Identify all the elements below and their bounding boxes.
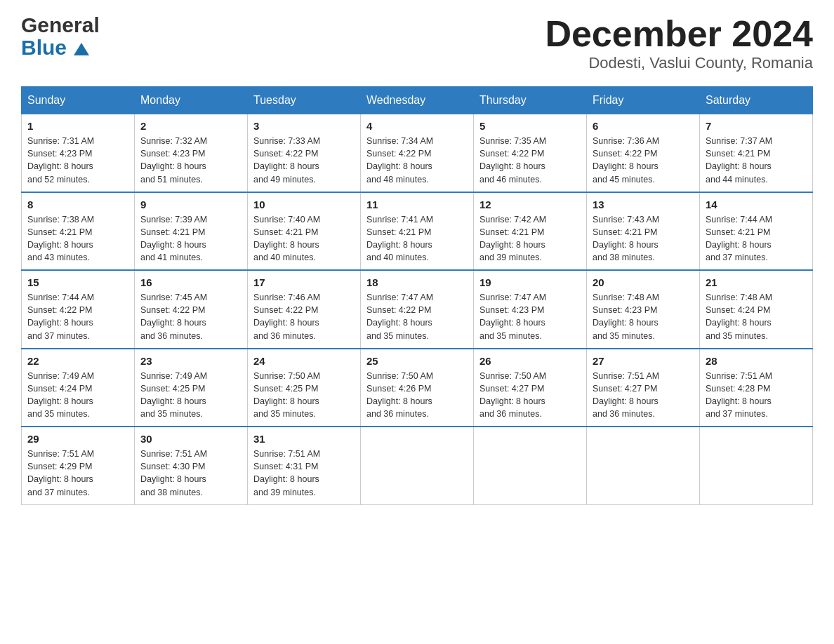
day-info: Sunrise: 7:47 AM Sunset: 4:23 PM Dayligh…: [479, 291, 581, 342]
calendar-day-cell: 3 Sunrise: 7:33 AM Sunset: 4:22 PM Dayli…: [248, 114, 361, 192]
day-info: Sunrise: 7:41 AM Sunset: 4:21 PM Dayligh…: [366, 213, 468, 264]
calendar-day-cell: 21 Sunrise: 7:48 AM Sunset: 4:24 PM Dayl…: [700, 270, 813, 349]
calendar-subtitle: Dodesti, Vaslui County, Romania: [545, 54, 813, 72]
day-number: 22: [27, 355, 128, 367]
day-number: 5: [479, 120, 581, 132]
day-info: Sunrise: 7:51 AM Sunset: 4:27 PM Dayligh…: [593, 370, 694, 421]
day-info: Sunrise: 7:32 AM Sunset: 4:23 PM Dayligh…: [140, 135, 241, 186]
calendar-title: December 2024: [545, 14, 813, 54]
calendar-day-cell: 28 Sunrise: 7:51 AM Sunset: 4:28 PM Dayl…: [700, 349, 813, 427]
day-number: 20: [593, 276, 694, 288]
day-of-week-header: Monday: [135, 87, 248, 114]
day-info: Sunrise: 7:44 AM Sunset: 4:22 PM Dayligh…: [27, 291, 128, 342]
calendar-day-cell: [474, 427, 587, 504]
day-info: Sunrise: 7:36 AM Sunset: 4:22 PM Dayligh…: [593, 135, 694, 186]
calendar-day-cell: 8 Sunrise: 7:38 AM Sunset: 4:21 PM Dayli…: [22, 192, 135, 271]
calendar-day-cell: 20 Sunrise: 7:48 AM Sunset: 4:23 PM Dayl…: [587, 270, 700, 349]
day-info: Sunrise: 7:50 AM Sunset: 4:25 PM Dayligh…: [253, 370, 355, 421]
calendar-day-cell: 6 Sunrise: 7:36 AM Sunset: 4:22 PM Dayli…: [587, 114, 700, 192]
calendar-day-cell: [587, 427, 700, 504]
day-number: 19: [479, 276, 581, 288]
logo-blue: Blue: [21, 36, 100, 59]
calendar-day-cell: 11 Sunrise: 7:41 AM Sunset: 4:21 PM Dayl…: [361, 192, 474, 271]
day-info: Sunrise: 7:44 AM Sunset: 4:21 PM Dayligh…: [706, 213, 807, 264]
day-of-week-header: Saturday: [700, 87, 813, 114]
calendar-day-cell: 18 Sunrise: 7:47 AM Sunset: 4:22 PM Dayl…: [361, 270, 474, 349]
day-info: Sunrise: 7:33 AM Sunset: 4:22 PM Dayligh…: [253, 135, 355, 186]
day-info: Sunrise: 7:51 AM Sunset: 4:29 PM Dayligh…: [27, 448, 128, 499]
calendar-day-cell: 29 Sunrise: 7:51 AM Sunset: 4:29 PM Dayl…: [22, 427, 135, 504]
calendar-day-cell: 19 Sunrise: 7:47 AM Sunset: 4:23 PM Dayl…: [474, 270, 587, 349]
day-info: Sunrise: 7:46 AM Sunset: 4:22 PM Dayligh…: [253, 291, 355, 342]
day-number: 9: [140, 199, 241, 210]
day-number: 13: [593, 199, 694, 210]
day-number: 24: [253, 355, 355, 367]
calendar-day-cell: 24 Sunrise: 7:50 AM Sunset: 4:25 PM Dayl…: [248, 349, 361, 427]
calendar-day-cell: [700, 427, 813, 504]
day-number: 18: [366, 276, 468, 288]
day-number: 17: [253, 276, 355, 288]
day-number: 23: [140, 355, 241, 367]
day-number: 10: [253, 199, 355, 210]
day-info: Sunrise: 7:51 AM Sunset: 4:30 PM Dayligh…: [140, 448, 241, 499]
calendar-table: SundayMondayTuesdayWednesdayThursdayFrid…: [21, 86, 813, 505]
day-info: Sunrise: 7:42 AM Sunset: 4:21 PM Dayligh…: [479, 213, 581, 264]
calendar-week-row: 15 Sunrise: 7:44 AM Sunset: 4:22 PM Dayl…: [22, 270, 813, 349]
calendar-week-row: 8 Sunrise: 7:38 AM Sunset: 4:21 PM Dayli…: [22, 192, 813, 271]
day-number: 29: [27, 433, 128, 445]
title-block: December 2024 Dodesti, Vaslui County, Ro…: [545, 14, 813, 72]
day-of-week-header: Tuesday: [248, 87, 361, 114]
day-of-week-header: Sunday: [22, 87, 135, 114]
day-number: 14: [706, 199, 807, 210]
day-number: 21: [706, 276, 807, 288]
day-number: 4: [366, 120, 468, 132]
day-number: 27: [593, 355, 694, 367]
calendar-day-cell: [361, 427, 474, 504]
day-info: Sunrise: 7:39 AM Sunset: 4:21 PM Dayligh…: [140, 213, 241, 264]
calendar-day-cell: 22 Sunrise: 7:49 AM Sunset: 4:24 PM Dayl…: [22, 349, 135, 427]
day-number: 7: [706, 120, 807, 132]
page-header: General Blue December 2024 Dodesti, Vasl…: [21, 14, 813, 72]
day-number: 2: [140, 120, 241, 132]
day-info: Sunrise: 7:49 AM Sunset: 4:24 PM Dayligh…: [27, 370, 128, 421]
calendar-day-cell: 1 Sunrise: 7:31 AM Sunset: 4:23 PM Dayli…: [22, 114, 135, 192]
calendar-day-cell: 5 Sunrise: 7:35 AM Sunset: 4:22 PM Dayli…: [474, 114, 587, 192]
day-info: Sunrise: 7:50 AM Sunset: 4:26 PM Dayligh…: [366, 370, 468, 421]
calendar-day-cell: 25 Sunrise: 7:50 AM Sunset: 4:26 PM Dayl…: [361, 349, 474, 427]
day-of-week-header: Friday: [587, 87, 700, 114]
day-info: Sunrise: 7:48 AM Sunset: 4:24 PM Dayligh…: [706, 291, 807, 342]
calendar-day-cell: 14 Sunrise: 7:44 AM Sunset: 4:21 PM Dayl…: [700, 192, 813, 271]
day-info: Sunrise: 7:48 AM Sunset: 4:23 PM Dayligh…: [593, 291, 694, 342]
calendar-day-cell: 9 Sunrise: 7:39 AM Sunset: 4:21 PM Dayli…: [135, 192, 248, 271]
day-info: Sunrise: 7:37 AM Sunset: 4:21 PM Dayligh…: [706, 135, 807, 186]
day-info: Sunrise: 7:35 AM Sunset: 4:22 PM Dayligh…: [479, 135, 581, 186]
day-number: 8: [27, 199, 128, 210]
day-info: Sunrise: 7:49 AM Sunset: 4:25 PM Dayligh…: [140, 370, 241, 421]
day-of-week-header: Thursday: [474, 87, 587, 114]
calendar-day-cell: 26 Sunrise: 7:50 AM Sunset: 4:27 PM Dayl…: [474, 349, 587, 427]
calendar-header-row: SundayMondayTuesdayWednesdayThursdayFrid…: [22, 87, 813, 114]
day-of-week-header: Wednesday: [361, 87, 474, 114]
day-number: 11: [366, 199, 468, 210]
day-number: 3: [253, 120, 355, 132]
day-info: Sunrise: 7:40 AM Sunset: 4:21 PM Dayligh…: [253, 213, 355, 264]
day-info: Sunrise: 7:47 AM Sunset: 4:22 PM Dayligh…: [366, 291, 468, 342]
day-number: 30: [140, 433, 241, 445]
day-info: Sunrise: 7:43 AM Sunset: 4:21 PM Dayligh…: [593, 213, 694, 264]
day-number: 31: [253, 433, 355, 445]
calendar-day-cell: 2 Sunrise: 7:32 AM Sunset: 4:23 PM Dayli…: [135, 114, 248, 192]
calendar-day-cell: 31 Sunrise: 7:51 AM Sunset: 4:31 PM Dayl…: [248, 427, 361, 504]
calendar-day-cell: 4 Sunrise: 7:34 AM Sunset: 4:22 PM Dayli…: [361, 114, 474, 192]
day-number: 12: [479, 199, 581, 210]
calendar-day-cell: 15 Sunrise: 7:44 AM Sunset: 4:22 PM Dayl…: [22, 270, 135, 349]
day-info: Sunrise: 7:34 AM Sunset: 4:22 PM Dayligh…: [366, 135, 468, 186]
calendar-day-cell: 13 Sunrise: 7:43 AM Sunset: 4:21 PM Dayl…: [587, 192, 700, 271]
logo-general: General: [21, 14, 100, 36]
day-number: 16: [140, 276, 241, 288]
calendar-day-cell: 12 Sunrise: 7:42 AM Sunset: 4:21 PM Dayl…: [474, 192, 587, 271]
day-number: 26: [479, 355, 581, 367]
calendar-day-cell: 17 Sunrise: 7:46 AM Sunset: 4:22 PM Dayl…: [248, 270, 361, 349]
calendar-week-row: 29 Sunrise: 7:51 AM Sunset: 4:29 PM Dayl…: [22, 427, 813, 504]
logo: General Blue: [21, 14, 100, 58]
calendar-day-cell: 10 Sunrise: 7:40 AM Sunset: 4:21 PM Dayl…: [248, 192, 361, 271]
